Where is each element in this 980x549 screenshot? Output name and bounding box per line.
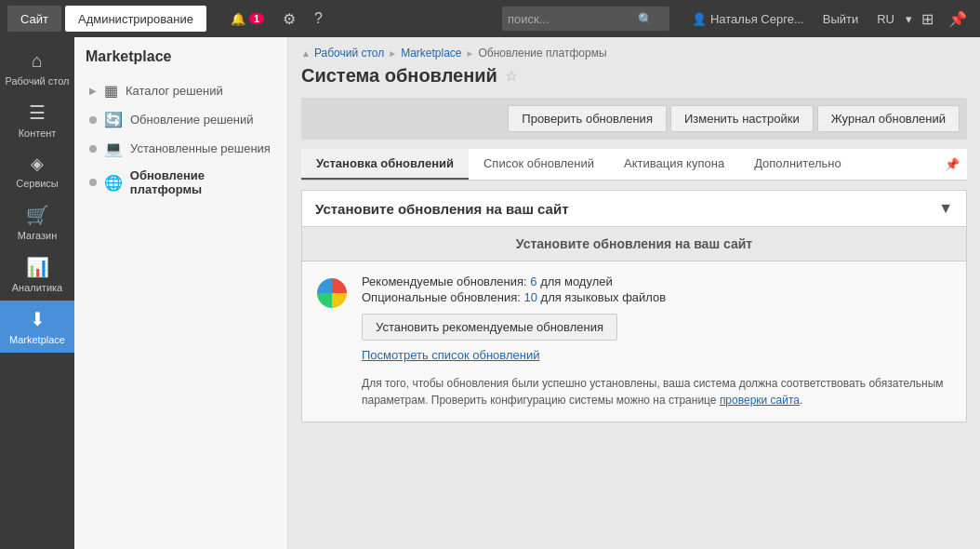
update-info-row: Рекомендуемые обновления: 6 для модулей … (315, 274, 953, 408)
inner-section-header: Установите обновления на ваш сайт (302, 227, 966, 261)
search-box: 🔍 (502, 7, 669, 31)
solutions-update-label: Обновление решений (130, 113, 254, 127)
installed-icon: 💻 (104, 140, 123, 157)
sidebar-item-shop[interactable]: 🛒 Магазин (0, 196, 74, 248)
check-site-link[interactable]: проверки сайта (720, 394, 800, 407)
admin-button[interactable]: Администрирование (65, 6, 206, 32)
tab-coupon[interactable]: Активация купона (609, 149, 739, 180)
breadcrumb-current: Обновление платформы (478, 47, 606, 60)
platform-update-label: Обновление платформы (130, 168, 276, 196)
notifications-badge: 1 (249, 13, 264, 24)
solutions-update-icon: 🔄 (104, 111, 123, 128)
info-text-before: Для того, чтобы обновления были успешно … (362, 377, 944, 407)
tab-more[interactable]: Дополнительно (739, 149, 856, 180)
search-icon: 🔍 (638, 12, 653, 26)
sidebar-item-analytics-label: Аналитика (12, 282, 62, 293)
sidebar-item-content[interactable]: ☰ Контент (0, 94, 74, 146)
main-layout: ⌂ Рабочий стол ☰ Контент ◈ Сервисы 🛒 Маг… (0, 37, 980, 549)
notifications-button[interactable]: 🔔 1 (223, 8, 271, 30)
update-log-button[interactable]: Журнал обновлений (817, 105, 960, 132)
optional-label: Опциональные обновления: (362, 290, 521, 304)
services-icon: ◈ (31, 154, 44, 174)
shop-icon: 🛒 (26, 204, 49, 226)
left-sidebar: ⌂ Рабочий стол ☰ Контент ◈ Сервисы 🛒 Маг… (0, 37, 74, 549)
bell-icon: 🔔 (231, 12, 245, 26)
catalog-label: Каталог решений (126, 84, 223, 98)
user-button[interactable]: 👤 Наталья Серге... (684, 8, 812, 30)
recommended-label: Рекомендуемые обновления: (362, 274, 527, 288)
recommended-count: 6 (530, 274, 536, 288)
check-updates-button[interactable]: Проверить обновления (508, 105, 667, 132)
sidebar-item-services[interactable]: ◈ Сервисы (0, 146, 74, 196)
breadcrumb-arrow: ▲ (301, 48, 311, 59)
analytics-icon: 📊 (26, 256, 49, 278)
home-icon: ⌂ (32, 50, 43, 72)
main-content: ▲ Рабочий стол ► Marketplace ► Обновлени… (288, 37, 980, 549)
breadcrumb-marketplace[interactable]: Marketplace (401, 47, 461, 60)
optional-line: Опциональные обновления: 10 для языковых… (362, 290, 953, 304)
sidebar-menu-installed[interactable]: 💻 Установленные решения (74, 134, 287, 163)
content-icon: ☰ (29, 101, 46, 124)
bitrix-icon-svg (315, 276, 349, 310)
bitrix-logo-icon (315, 276, 349, 317)
optional-count: 10 (523, 290, 536, 304)
view-list-link[interactable]: Посмотреть список обновлений (362, 348, 539, 362)
sidebar-menu-solutions-update[interactable]: 🔄 Обновление решений (74, 105, 287, 134)
optional-suffix: для языковых файлов (541, 290, 667, 304)
info-text-end: . (800, 394, 802, 407)
help-icon-button[interactable]: ? (307, 7, 330, 31)
inner-section-body: Рекомендуемые обновления: 6 для модулей … (302, 261, 966, 422)
topbar: Сайт Администрирование 🔔 1 ⚙ ? 🔍 👤 Натал… (0, 0, 980, 37)
catalog-grid-icon: ▦ (104, 82, 118, 100)
page-title-row: Система обновлений ☆ (301, 65, 967, 87)
install-updates-button[interactable]: Установить рекомендуемые обновления (362, 314, 617, 341)
section-title: Установите обновления на ваш сайт (315, 201, 569, 217)
user-name: Наталья Серге... (710, 12, 804, 26)
sidebar-menu-catalog[interactable]: ▶ ▦ Каталог решений (74, 76, 287, 105)
solutions-update-dot (89, 116, 97, 124)
exit-button[interactable]: Выйти (815, 8, 867, 30)
action-buttons-bar: Проверить обновления Изменить настройки … (301, 98, 967, 140)
sidebar-item-marketplace-label: Marketplace (9, 334, 65, 345)
sidebar-item-marketplace[interactable]: ⬇ Marketplace (0, 301, 74, 353)
settings-icon-button[interactable]: ⚙ (275, 7, 303, 32)
breadcrumb: ▲ Рабочий стол ► Marketplace ► Обновлени… (301, 47, 967, 60)
secondary-sidebar: Marketplace ▶ ▦ Каталог решений 🔄 Обновл… (74, 37, 288, 549)
tab-install[interactable]: Установка обновлений (301, 149, 469, 180)
update-text-block: Рекомендуемые обновления: 6 для модулей … (362, 274, 953, 408)
pin-icon-button[interactable]: 📌 (943, 7, 973, 32)
recommended-line: Рекомендуемые обновления: 6 для модулей (362, 274, 953, 288)
language-selector[interactable]: RU (869, 8, 902, 30)
site-button[interactable]: Сайт (7, 6, 61, 32)
section-header: Установите обновления на ваш сайт ▼ (301, 190, 967, 227)
marketplace-icon: ⬇ (30, 308, 46, 330)
catalog-arrow-icon: ▶ (89, 86, 97, 96)
sidebar-menu-platform-update[interactable]: 🌐 Обновление платформы (74, 163, 287, 202)
sidebar-item-shop-label: Магазин (18, 230, 57, 241)
recommended-suffix: для модулей (540, 274, 613, 288)
breadcrumb-sep1: ► (388, 48, 397, 59)
installed-dot (89, 145, 97, 153)
installed-label: Установленные решения (130, 141, 271, 155)
info-text: Для того, чтобы обновления были успешно … (362, 375, 953, 408)
sidebar-item-desktop-label: Рабочий стол (5, 75, 69, 87)
tab-list[interactable]: Список обновлений (469, 149, 609, 180)
sidebar-item-services-label: Сервисы (16, 178, 59, 189)
tabs-row: Установка обновлений Список обновлений А… (301, 149, 967, 181)
change-settings-button[interactable]: Изменить настройки (670, 105, 814, 132)
search-input[interactable] (508, 12, 638, 26)
secondary-sidebar-title: Marketplace (74, 48, 287, 76)
breadcrumb-desktop[interactable]: Рабочий стол (314, 47, 384, 60)
favorite-star-icon[interactable]: ☆ (505, 67, 518, 85)
sidebar-item-desktop[interactable]: ⌂ Рабочий стол (0, 43, 74, 94)
user-icon: 👤 (692, 12, 707, 26)
breadcrumb-sep2: ► (466, 48, 475, 59)
platform-update-icon: 🌐 (104, 174, 123, 192)
page-title: Система обновлений (301, 65, 497, 87)
tabs-pin-icon[interactable]: 📌 (937, 150, 967, 179)
grid-icon-button[interactable]: ⊞ (916, 7, 939, 32)
platform-update-dot (89, 179, 97, 186)
section-collapse-icon[interactable]: ▼ (938, 200, 953, 217)
section-content: Установите обновления на ваш сайт (301, 227, 967, 422)
sidebar-item-analytics[interactable]: 📊 Аналитика (0, 248, 74, 301)
